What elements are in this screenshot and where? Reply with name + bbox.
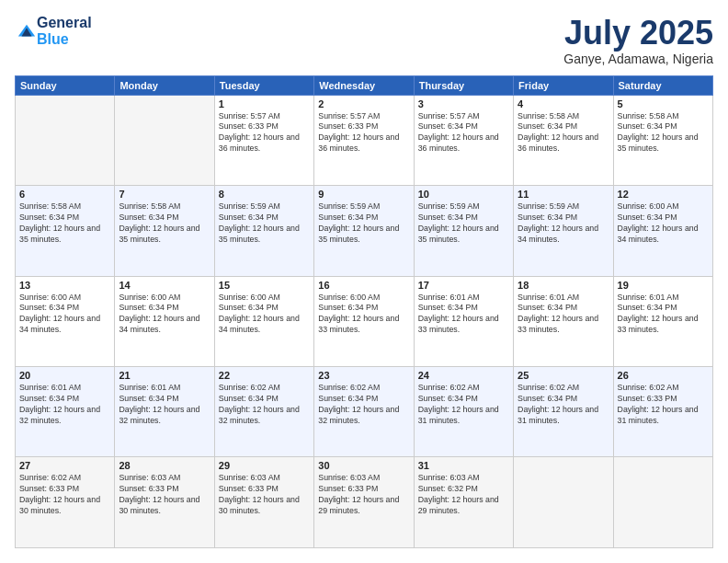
table-row: 20Sunrise: 6:01 AM Sunset: 6:34 PM Dayli… <box>16 367 115 457</box>
table-row: 25Sunrise: 6:02 AM Sunset: 6:34 PM Dayli… <box>514 367 613 457</box>
table-row: 31Sunrise: 6:03 AM Sunset: 6:32 PM Dayli… <box>414 457 513 548</box>
day-number: 30 <box>318 460 409 471</box>
day-info: Sunrise: 6:01 AM Sunset: 6:34 PM Dayligh… <box>518 293 609 337</box>
day-number: 12 <box>618 189 709 200</box>
table-row: 6Sunrise: 5:58 AM Sunset: 6:34 PM Daylig… <box>16 186 115 276</box>
day-number: 19 <box>618 280 709 291</box>
table-row: 15Sunrise: 6:00 AM Sunset: 6:34 PM Dayli… <box>214 276 313 366</box>
day-number: 1 <box>219 98 310 109</box>
day-info: Sunrise: 6:01 AM Sunset: 6:34 PM Dayligh… <box>618 293 709 337</box>
day-info: Sunrise: 6:03 AM Sunset: 6:33 PM Dayligh… <box>318 473 409 517</box>
location-subtitle: Ganye, Adamawa, Nigeria <box>563 52 713 66</box>
table-row: 30Sunrise: 6:03 AM Sunset: 6:33 PM Dayli… <box>314 457 414 548</box>
day-info: Sunrise: 6:02 AM Sunset: 6:34 PM Dayligh… <box>318 383 409 427</box>
header-row: Sunday Monday Tuesday Wednesday Thursday… <box>16 75 713 95</box>
day-number: 9 <box>318 189 409 200</box>
day-number: 14 <box>119 280 210 291</box>
day-number: 2 <box>318 98 409 109</box>
table-row: 2Sunrise: 5:57 AM Sunset: 6:33 PM Daylig… <box>314 95 414 185</box>
table-row <box>514 457 613 548</box>
table-row: 3Sunrise: 5:57 AM Sunset: 6:34 PM Daylig… <box>414 95 513 185</box>
day-info: Sunrise: 6:03 AM Sunset: 6:33 PM Dayligh… <box>219 473 310 517</box>
month-title: July 2025 <box>563 15 713 52</box>
day-info: Sunrise: 6:00 AM Sunset: 6:34 PM Dayligh… <box>219 293 310 337</box>
table-row: 1Sunrise: 5:57 AM Sunset: 6:33 PM Daylig… <box>214 95 313 185</box>
day-number: 5 <box>618 98 709 109</box>
day-number: 13 <box>19 280 110 291</box>
day-number: 11 <box>518 189 609 200</box>
table-row: 8Sunrise: 5:59 AM Sunset: 6:34 PM Daylig… <box>214 186 313 276</box>
day-number: 3 <box>418 98 509 109</box>
day-info: Sunrise: 6:01 AM Sunset: 6:34 PM Dayligh… <box>19 383 110 427</box>
calendar-header: Sunday Monday Tuesday Wednesday Thursday… <box>16 75 713 95</box>
calendar-week-row: 20Sunrise: 6:01 AM Sunset: 6:34 PM Dayli… <box>16 367 713 457</box>
day-number: 21 <box>119 370 210 381</box>
table-row <box>115 95 214 185</box>
table-row: 28Sunrise: 6:03 AM Sunset: 6:33 PM Dayli… <box>115 457 214 548</box>
table-row: 14Sunrise: 6:00 AM Sunset: 6:34 PM Dayli… <box>115 276 214 366</box>
table-row <box>16 95 115 185</box>
day-number: 31 <box>418 460 509 471</box>
col-wednesday: Wednesday <box>314 75 414 95</box>
calendar-body: 1Sunrise: 5:57 AM Sunset: 6:33 PM Daylig… <box>16 95 713 547</box>
day-number: 23 <box>318 370 409 381</box>
table-row: 10Sunrise: 5:59 AM Sunset: 6:34 PM Dayli… <box>414 186 513 276</box>
day-info: Sunrise: 6:03 AM Sunset: 6:32 PM Dayligh… <box>418 473 509 517</box>
logo-icon <box>17 21 37 41</box>
table-row: 9Sunrise: 5:59 AM Sunset: 6:34 PM Daylig… <box>314 186 414 276</box>
day-info: Sunrise: 5:58 AM Sunset: 6:34 PM Dayligh… <box>119 201 210 246</box>
day-info: Sunrise: 6:02 AM Sunset: 6:33 PM Dayligh… <box>618 383 709 427</box>
day-info: Sunrise: 5:59 AM Sunset: 6:34 PM Dayligh… <box>219 201 310 246</box>
day-number: 4 <box>518 98 609 109</box>
day-number: 6 <box>19 189 110 200</box>
day-info: Sunrise: 6:00 AM Sunset: 6:34 PM Dayligh… <box>318 293 409 337</box>
day-number: 26 <box>618 370 709 381</box>
col-sunday: Sunday <box>16 75 115 95</box>
day-info: Sunrise: 5:58 AM Sunset: 6:34 PM Dayligh… <box>618 111 709 155</box>
day-number: 17 <box>418 280 509 291</box>
day-info: Sunrise: 5:59 AM Sunset: 6:34 PM Dayligh… <box>318 201 409 246</box>
day-info: Sunrise: 6:00 AM Sunset: 6:34 PM Dayligh… <box>618 201 709 246</box>
table-row: 16Sunrise: 6:00 AM Sunset: 6:34 PM Dayli… <box>314 276 414 366</box>
col-monday: Monday <box>115 75 214 95</box>
day-number: 20 <box>19 370 110 381</box>
day-info: Sunrise: 5:59 AM Sunset: 6:34 PM Dayligh… <box>418 201 509 246</box>
day-info: Sunrise: 5:58 AM Sunset: 6:34 PM Dayligh… <box>19 201 110 246</box>
day-info: Sunrise: 6:02 AM Sunset: 6:34 PM Dayligh… <box>418 383 509 427</box>
day-info: Sunrise: 5:58 AM Sunset: 6:34 PM Dayligh… <box>518 111 609 155</box>
table-row: 23Sunrise: 6:02 AM Sunset: 6:34 PM Dayli… <box>314 367 414 457</box>
table-row: 24Sunrise: 6:02 AM Sunset: 6:34 PM Dayli… <box>414 367 513 457</box>
day-number: 22 <box>219 370 310 381</box>
table-row: 21Sunrise: 6:01 AM Sunset: 6:34 PM Dayli… <box>115 367 214 457</box>
logo-text: General Blue <box>37 15 92 48</box>
day-info: Sunrise: 5:57 AM Sunset: 6:33 PM Dayligh… <box>318 111 409 155</box>
table-row: 5Sunrise: 5:58 AM Sunset: 6:34 PM Daylig… <box>613 95 712 185</box>
table-row: 17Sunrise: 6:01 AM Sunset: 6:34 PM Dayli… <box>414 276 513 366</box>
calendar-week-row: 6Sunrise: 5:58 AM Sunset: 6:34 PM Daylig… <box>16 186 713 276</box>
day-number: 16 <box>318 280 409 291</box>
col-thursday: Thursday <box>414 75 513 95</box>
page: General Blue July 2025 Ganye, Adamawa, N… <box>0 0 728 563</box>
day-number: 10 <box>418 189 509 200</box>
col-tuesday: Tuesday <box>214 75 313 95</box>
logo: General Blue <box>15 15 92 48</box>
calendar-week-row: 13Sunrise: 6:00 AM Sunset: 6:34 PM Dayli… <box>16 276 713 366</box>
day-info: Sunrise: 5:57 AM Sunset: 6:33 PM Dayligh… <box>219 111 310 155</box>
day-number: 29 <box>219 460 310 471</box>
col-friday: Friday <box>514 75 613 95</box>
day-number: 25 <box>518 370 609 381</box>
table-row: 4Sunrise: 5:58 AM Sunset: 6:34 PM Daylig… <box>514 95 613 185</box>
table-row: 26Sunrise: 6:02 AM Sunset: 6:33 PM Dayli… <box>613 367 712 457</box>
day-info: Sunrise: 6:03 AM Sunset: 6:33 PM Dayligh… <box>119 473 210 517</box>
day-number: 24 <box>418 370 509 381</box>
table-row: 29Sunrise: 6:03 AM Sunset: 6:33 PM Dayli… <box>214 457 313 548</box>
day-number: 18 <box>518 280 609 291</box>
day-info: Sunrise: 6:01 AM Sunset: 6:34 PM Dayligh… <box>119 383 210 427</box>
day-number: 28 <box>119 460 210 471</box>
table-row: 12Sunrise: 6:00 AM Sunset: 6:34 PM Dayli… <box>613 186 712 276</box>
table-row <box>613 457 712 548</box>
day-info: Sunrise: 6:02 AM Sunset: 6:34 PM Dayligh… <box>219 383 310 427</box>
day-info: Sunrise: 6:02 AM Sunset: 6:34 PM Dayligh… <box>518 383 609 427</box>
table-row: 27Sunrise: 6:02 AM Sunset: 6:33 PM Dayli… <box>16 457 115 548</box>
col-saturday: Saturday <box>613 75 712 95</box>
